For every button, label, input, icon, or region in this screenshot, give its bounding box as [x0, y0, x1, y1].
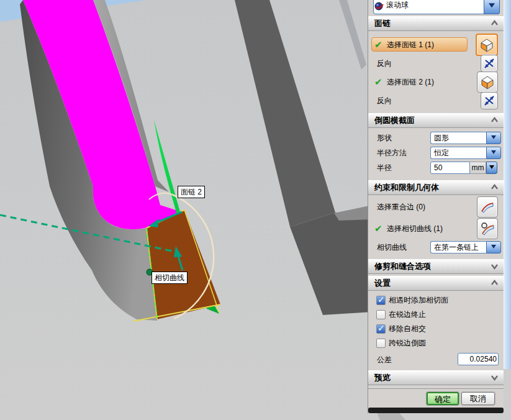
expand-down-icon[interactable] [491, 373, 499, 381]
group-header-preview[interactable]: 预览 [368, 370, 504, 385]
reverse-arrows-icon [483, 57, 495, 70]
dropdown-arrow-icon[interactable] [486, 132, 501, 144]
select-coincident-edge-row[interactable]: 选择重合边 (0) [368, 198, 504, 216]
collapse-up-icon[interactable] [491, 279, 499, 287]
checkbox-label: 跨锐边倒圆 [389, 338, 426, 349]
face-chain-2-select-button[interactable] [477, 71, 498, 93]
tangent-curves-select-button[interactable] [477, 218, 498, 239]
checkbox-row-add-tangent-faces[interactable]: 相遇时添加相切面 [368, 294, 504, 308]
checkbox-row-blend-across-sharp-edge[interactable]: 跨锐边倒圆 [368, 337, 504, 351]
checkmark-icon: ✔ [374, 223, 382, 234]
reverse-direction-2-button[interactable] [481, 92, 498, 109]
radius-method-dropdown[interactable]: 恒定 [430, 147, 501, 159]
cube-faces-icon [479, 74, 495, 90]
collapse-up-icon[interactable] [491, 183, 499, 191]
select-face-chain-1-row[interactable]: ✔ 选择面链 1 (1) [368, 35, 504, 53]
group-header-settings[interactable]: 设置 [368, 276, 504, 291]
radius-row: 半径 mm [368, 161, 504, 175]
tangent-curve-label: 相切曲线 [151, 272, 188, 284]
blend-type-row: 滚动球 [368, 0, 504, 15]
face-chain-2-label: 面链 2 [178, 186, 205, 198]
select-tangent-curves-label: 选择相切曲线 (1) [387, 224, 443, 234]
face-chain-1-select-button[interactable] [476, 34, 498, 56]
dropdown-arrow-icon[interactable] [486, 241, 501, 253]
checkbox-unchecked-icon[interactable] [376, 310, 386, 319]
tangent-curve-row: 相切曲线 在第一条链上 [368, 240, 504, 254]
coincident-edge-select-button[interactable] [477, 196, 498, 217]
group-header-cross-section[interactable]: 倒圆横截面 [368, 113, 504, 128]
nx-application-window: 面链 2 相切曲线 滚动球 面链 ✔ 选择面链 1 (1) [0, 0, 511, 420]
blend-type-dropdown-arrow[interactable] [484, 0, 500, 14]
reverse-2-row: 反向 [368, 93, 504, 108]
group-title-cross-section: 倒圆横截面 [374, 116, 415, 125]
select-face-chain-2-row[interactable]: ✔ 选择面链 2 (1) [368, 73, 504, 91]
collapse-up-icon[interactable] [491, 19, 499, 27]
checkbox-row-stop-at-sharp-edge[interactable]: 在锐边终止 [368, 308, 504, 322]
cancel-button[interactable]: 取消 [461, 392, 495, 405]
dialog-scrollbar-strip[interactable] [504, 0, 511, 369]
collapse-up-icon[interactable] [491, 116, 499, 124]
radius-label: 半径 [377, 163, 392, 173]
group-title-preview: 预览 [374, 373, 391, 382]
shape-value: 圆形 [430, 132, 486, 144]
reverse-arrows-icon [483, 94, 495, 107]
reverse-1-label: 反向 [377, 58, 392, 69]
blend-type-value: 滚动球 [384, 0, 409, 11]
tangent-curve-dropdown-label: 相切曲线 [377, 242, 407, 253]
tolerance-input[interactable] [458, 353, 499, 365]
group-title-face-chain: 面链 [374, 19, 391, 28]
checkbox-unchecked-icon[interactable] [376, 339, 386, 348]
reverse-direction-1-button[interactable] [481, 55, 498, 72]
checkbox-checked-icon[interactable] [376, 324, 386, 334]
reverse-2-label: 反向 [377, 96, 392, 106]
radius-options-arrow-icon[interactable] [486, 162, 497, 174]
tolerance-row: 公差 [368, 353, 504, 367]
select-tangent-curves-row[interactable]: ✔ 选择相切曲线 (1) [368, 219, 504, 239]
checkbox-row-remove-self-intersection[interactable]: 移除自相交 [368, 322, 504, 337]
checkbox-checked-icon[interactable] [376, 296, 386, 305]
checkbox-label: 移除自相交 [389, 324, 426, 334]
tangent-curve-icon [479, 221, 495, 237]
checkmark-icon: ✔ [374, 76, 382, 88]
blend-type-dropdown[interactable]: 滚动球 [373, 0, 489, 14]
select-face-chain-2-label: 选择面链 2 (1) [387, 77, 434, 88]
rolling-ball-icon [374, 1, 384, 11]
tangent-curve-value: 在第一条链上 [430, 241, 486, 253]
radius-method-label: 半径方法 [377, 148, 407, 158]
dialog-bottom-shadow [368, 408, 504, 413]
tangent-curve-dropdown[interactable]: 在第一条链上 [430, 241, 501, 253]
radius-method-value: 恒定 [430, 147, 486, 159]
group-header-constraints[interactable]: 约束和限制几何体 [368, 180, 504, 195]
checkmark-icon: ✔ [374, 39, 382, 50]
group-header-face-chain[interactable]: 面链 [368, 16, 504, 31]
group-title-constraints: 约束和限制几何体 [374, 183, 439, 192]
radius-unit: mm [470, 162, 486, 174]
group-title-settings: 设置 [374, 278, 391, 288]
shape-dropdown[interactable]: 圆形 [430, 132, 501, 144]
dialog-button-bar: 确定 取消 [368, 388, 504, 406]
tolerance-label: 公差 [377, 355, 392, 365]
expand-down-icon[interactable] [491, 262, 499, 270]
checkbox-label: 相遇时添加相切面 [389, 295, 448, 306]
coincident-edge-icon [479, 199, 495, 215]
select-face-chain-1-label: 选择面链 1 (1) [387, 39, 434, 50]
face-blend-dialog: 滚动球 面链 ✔ 选择面链 1 (1) 反向 [368, 0, 504, 413]
ok-button[interactable]: 确定 [427, 392, 459, 405]
checkbox-label: 在锐边终止 [389, 309, 426, 320]
shape-row: 形状 圆形 [368, 131, 504, 145]
dropdown-arrow-icon[interactable] [486, 147, 501, 159]
radius-input[interactable] [430, 162, 470, 174]
radius-method-row: 半径方法 恒定 [368, 146, 504, 160]
group-title-trim-sew: 修剪和缝合选项 [374, 262, 431, 271]
reverse-1-row: 反向 [368, 56, 504, 71]
group-header-trim-sew[interactable]: 修剪和缝合选项 [368, 259, 504, 274]
select-coincident-edge-label: 选择重合边 (0) [377, 202, 425, 212]
shape-label: 形状 [377, 133, 392, 144]
cube-faces-icon [479, 37, 495, 53]
